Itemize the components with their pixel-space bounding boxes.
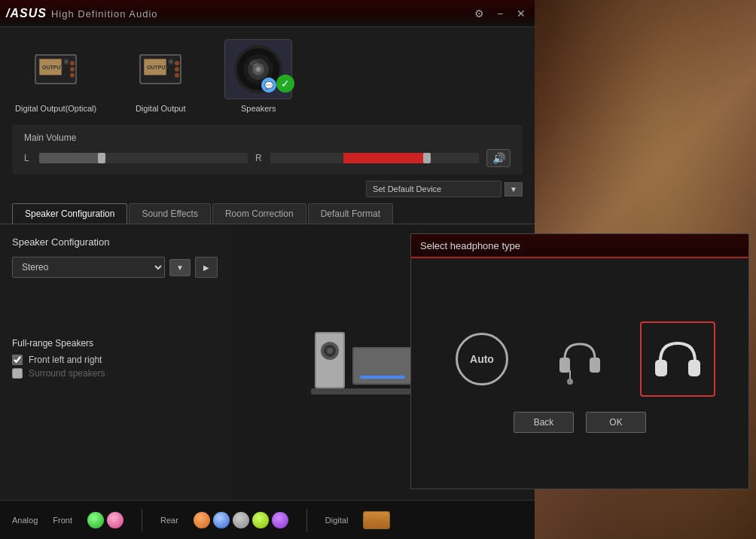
device-speakers-label: Speakers	[241, 104, 276, 113]
svg-point-8	[70, 67, 75, 72]
volume-area: Main Volume L R 🔊	[12, 125, 523, 175]
dialog-body: Auto	[411, 258, 748, 489]
default-device-row: Set Default Device ▼	[12, 181, 523, 197]
rear-jacks	[194, 512, 288, 528]
vol-thumb-right[interactable]	[423, 153, 431, 163]
device-digital-output[interactable]: OUTPUT Digital Output	[127, 39, 194, 113]
svg-rect-43	[590, 358, 600, 373]
surround-speakers-label[interactable]: Surround speakers	[29, 368, 105, 379]
left-panel: Speaker Configuration StereoQuadraphonic…	[0, 224, 230, 500]
title-bar: /ASUSHigh Definition Audio ⚙ − ✕	[0, 0, 535, 27]
svg-point-17	[175, 61, 179, 65]
tab-speaker-config[interactable]: Speaker Configuration	[12, 203, 127, 224]
svg-point-19	[175, 73, 179, 78]
full-range-section: Full-range Speakers Front left and right…	[12, 338, 218, 379]
front-jack-green[interactable]	[87, 512, 104, 528]
check-badge: ✓	[276, 75, 294, 93]
divider-2	[306, 509, 307, 531]
surround-speakers-row: Surround speakers	[12, 368, 218, 379]
svg-rect-46	[655, 360, 667, 376]
svg-rect-42	[559, 358, 570, 373]
test-play-button[interactable]: ▶	[195, 257, 218, 278]
app-logo: /ASUSHigh Definition Audio	[6, 7, 158, 20]
surround-speakers-checkbox[interactable]	[12, 368, 23, 379]
back-button[interactable]: Back	[514, 412, 574, 433]
bottom-bar: Analog Front Rear Digital	[0, 500, 535, 539]
svg-text:OUTPUT: OUTPUT	[147, 65, 169, 70]
device-speakers[interactable]: 💬 ✓ Speakers	[224, 39, 292, 113]
svg-point-35	[327, 348, 333, 354]
mute-button[interactable]: 🔊	[486, 149, 511, 167]
headphone-dialog: Select headphone type Auto	[410, 233, 749, 489]
svg-point-6	[65, 60, 68, 63]
config-select-arrow[interactable]: ▼	[169, 259, 191, 276]
rear-jack-orange[interactable]	[194, 512, 210, 528]
optical-svg: OUTPUT	[29, 45, 83, 93]
ok-button[interactable]: OK	[586, 412, 646, 433]
close-button[interactable]: ✕	[514, 6, 529, 21]
tab-sound-effects[interactable]: Sound Effects	[129, 203, 211, 224]
default-device-arrow[interactable]: ▼	[505, 182, 523, 196]
device-area: OUTPUT Digital Output(Optical) OUTPUT	[0, 27, 535, 125]
device-icon-optical: OUTPUT	[22, 39, 90, 99]
vol-fill-right	[343, 153, 427, 163]
volume-slider-right[interactable]	[270, 153, 479, 163]
rear-jack-purple[interactable]	[272, 512, 288, 528]
svg-rect-30	[360, 376, 405, 379]
speaker-config-select[interactable]: StereoQuadraphonic5.1 Surround7.1 Surrou…	[12, 257, 165, 278]
headphones-svg	[651, 333, 704, 385]
headphone-options: Auto	[444, 321, 715, 397]
headphone-option-auto[interactable]: Auto	[444, 321, 520, 397]
rear-jack-gray[interactable]	[233, 512, 249, 528]
device-icon-speakers: 💬 ✓	[224, 39, 292, 99]
tab-room-correction[interactable]: Room Correction	[212, 203, 306, 224]
divider-1	[142, 509, 142, 531]
headset-svg	[553, 333, 606, 385]
vol-r-label: R	[255, 153, 263, 163]
svg-point-18	[175, 67, 179, 72]
minimize-button[interactable]: −	[492, 6, 508, 21]
dialog-title-bar: Select headphone type	[411, 234, 748, 258]
volume-label: Main Volume	[24, 132, 511, 143]
front-left-right-checkbox[interactable]	[12, 355, 23, 365]
rear-label: Rear	[160, 516, 178, 525]
front-left-right-row: Front left and right	[12, 355, 218, 365]
front-label: Front	[53, 516, 72, 525]
svg-point-7	[70, 61, 75, 65]
rear-jack-blue[interactable]	[213, 512, 230, 528]
device-digital-label: Digital Output	[136, 104, 186, 113]
svg-point-9	[70, 73, 75, 78]
svg-rect-47	[688, 360, 700, 376]
full-range-title: Full-range Speakers	[12, 338, 218, 349]
settings-button[interactable]: ⚙	[471, 6, 486, 21]
auto-circle: Auto	[456, 333, 508, 385]
volume-row: L R 🔊	[24, 149, 511, 167]
app-title: High Definition Audio	[51, 8, 158, 20]
svg-text:OUTPUT: OUTPUT	[42, 65, 65, 70]
analog-label: Analog	[12, 516, 38, 525]
tabs-bar: Speaker Configuration Sound Effects Room…	[0, 197, 535, 224]
rear-jack-lime[interactable]	[252, 512, 269, 528]
front-left-right-label[interactable]: Front left and right	[29, 355, 102, 365]
front-jacks	[87, 512, 123, 528]
auto-label: Auto	[470, 353, 494, 365]
svg-point-45	[567, 379, 573, 385]
digital-jack[interactable]	[363, 511, 390, 529]
asus-brand: /ASUSHigh Definition Audio	[6, 7, 158, 20]
dialog-buttons: Back OK	[514, 412, 646, 433]
vol-thumb-left[interactable]	[98, 153, 105, 163]
vol-l-label: L	[24, 153, 32, 163]
svg-point-16	[169, 60, 172, 63]
config-row: StereoQuadraphonic5.1 Surround7.1 Surrou…	[12, 257, 218, 278]
front-jack-pink[interactable]	[107, 512, 123, 528]
title-controls: ⚙ − ✕	[471, 6, 529, 21]
device-optical-label: Digital Output(Optical)	[15, 104, 96, 113]
dialog-title: Select headphone type	[420, 240, 520, 251]
device-icon-digital: OUTPUT	[127, 39, 194, 99]
volume-slider-left[interactable]	[39, 153, 248, 163]
tab-default-format[interactable]: Default Format	[308, 203, 393, 224]
headphone-option-headset[interactable]	[542, 321, 617, 397]
default-device-select[interactable]: Set Default Device	[366, 181, 501, 197]
device-digital-optical[interactable]: OUTPUT Digital Output(Optical)	[15, 39, 96, 113]
headphone-option-headphones[interactable]	[640, 321, 715, 397]
